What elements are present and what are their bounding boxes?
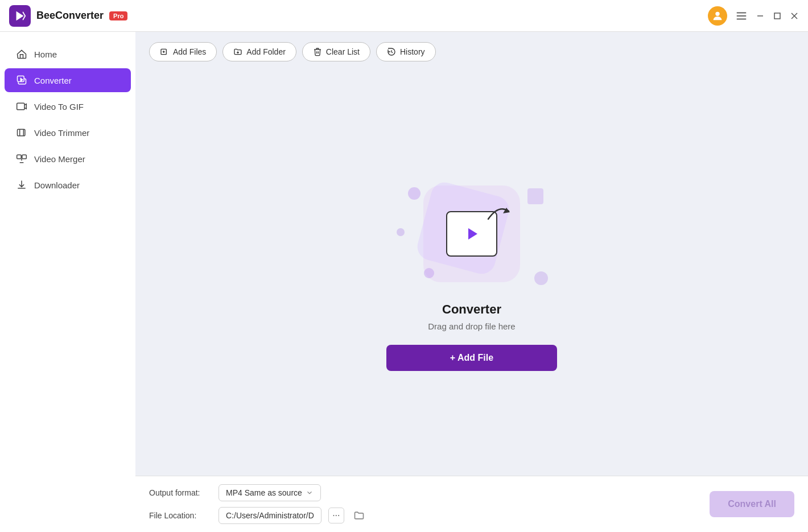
convert-all-button[interactable]: Convert All [710, 491, 794, 517]
sidebar-item-video-trimmer[interactable]: Video Trimmer [5, 121, 131, 145]
file-location-value: C:/Users/Administrator/D [226, 511, 314, 520]
maximize-button[interactable] [773, 11, 782, 20]
app-name: BeeConverter [36, 10, 104, 22]
sidebar-item-video-to-gif-label: Video To GIF [34, 102, 84, 112]
app-logo [9, 5, 31, 27]
add-files-button[interactable]: Add Files [149, 42, 217, 61]
add-folder-label: Add Folder [246, 47, 285, 56]
history-label: History [400, 47, 425, 56]
clear-list-button[interactable]: Clear List [302, 42, 370, 61]
minimize-button[interactable] [756, 11, 765, 20]
history-button[interactable]: History [376, 42, 436, 61]
svg-marker-0 [17, 11, 24, 20]
sidebar-item-video-merger-label: Video Merger [34, 154, 85, 164]
circle-1 [408, 187, 421, 200]
title-bar-right [708, 6, 799, 26]
svg-point-1 [715, 11, 719, 15]
add-files-label: Add Files [173, 47, 206, 56]
drop-zone-title: Converter [442, 302, 501, 317]
sidebar-item-downloader-label: Downloader [34, 180, 80, 190]
add-folder-button[interactable]: Add Folder [222, 42, 296, 61]
sidebar-item-converter-label: Converter [34, 76, 72, 85]
content-area: Add Files Add Folder Clear List [135, 32, 808, 532]
output-format-label: Output format: [149, 488, 212, 497]
sidebar-item-home-label: Home [34, 50, 57, 59]
sidebar-item-converter[interactable]: Converter [5, 68, 131, 92]
sidebar-item-home[interactable]: Home [5, 42, 131, 66]
drop-zone-subtitle: Drag and drop file here [428, 321, 515, 331]
file-location-input: C:/Users/Administrator/D [219, 507, 321, 524]
user-avatar[interactable] [708, 6, 727, 26]
file-location-folder-button[interactable] [351, 508, 367, 523]
toolbar: Add Files Add Folder Clear List [135, 32, 808, 72]
file-location-dots-button[interactable]: ··· [328, 508, 344, 523]
menu-button[interactable] [735, 10, 748, 22]
drop-zone-container: Converter Drag and drop file here + Add … [135, 72, 808, 476]
svg-marker-23 [468, 228, 477, 240]
title-bar: BeeConverter Pro [0, 0, 808, 32]
main-layout: Home Converter Video To GIF [0, 32, 808, 532]
circle-3 [424, 268, 434, 278]
pro-badge: Pro [109, 11, 127, 20]
svg-rect-6 [774, 13, 780, 19]
title-bar-left: BeeConverter Pro [9, 5, 708, 27]
sidebar-item-video-merger[interactable]: Video Merger [5, 147, 131, 171]
sidebar-item-downloader[interactable]: Downloader [5, 173, 131, 197]
sidebar-item-video-trimmer-label: Video Trimmer [34, 128, 89, 138]
sidebar-item-video-to-gif[interactable]: Video To GIF [5, 94, 131, 118]
drop-zone-graphic [392, 177, 551, 291]
add-file-button[interactable]: + Add File [386, 345, 557, 371]
file-location-field: File Location: C:/Users/Administrator/D … [149, 507, 710, 524]
svg-rect-16 [22, 155, 27, 159]
file-location-label: File Location: [149, 511, 212, 520]
close-button[interactable] [790, 11, 799, 20]
circle-2 [397, 228, 405, 236]
clear-list-label: Clear List [326, 47, 360, 56]
sidebar: Home Converter Video To GIF [0, 32, 135, 532]
svg-marker-10 [20, 79, 22, 81]
svg-rect-15 [17, 155, 22, 159]
output-format-field: Output format: MP4 Same as source [149, 484, 710, 501]
format-select[interactable]: MP4 Same as source [219, 484, 321, 501]
format-select-value: MP4 Same as source [226, 488, 302, 497]
circle-5 [534, 271, 548, 285]
bottom-row: Output format: MP4 Same as source File L… [149, 484, 710, 524]
converter-icon-wrapper [446, 211, 497, 257]
svg-rect-11 [17, 103, 24, 110]
circle-4 [527, 188, 543, 204]
bottom-bar: Output format: MP4 Same as source File L… [135, 476, 808, 532]
